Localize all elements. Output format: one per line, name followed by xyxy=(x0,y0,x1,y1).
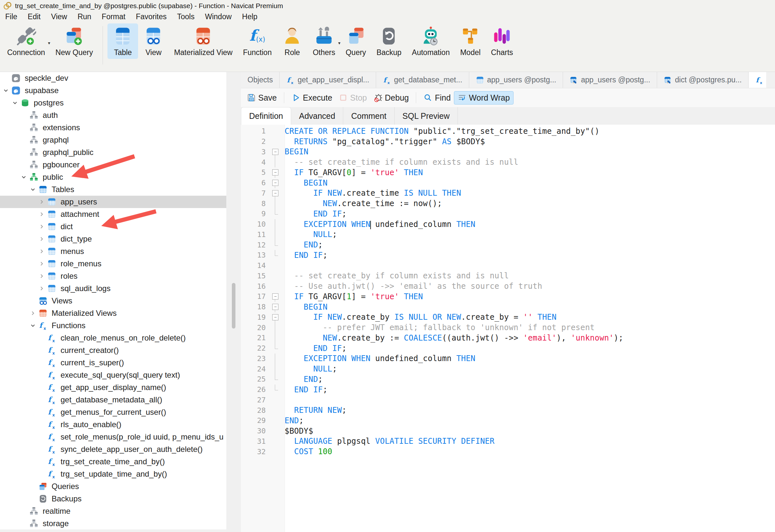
toolbar-automation[interactable]: Automation xyxy=(407,23,455,59)
object-tab-objects[interactable]: Objects xyxy=(241,72,280,88)
tree-item-tables[interactable]: Tables xyxy=(0,183,226,196)
tree-item-clean-role-menus-on-role-delete[interactable]: fxclean_role_menus_on_role_delete() xyxy=(0,332,226,344)
tree-item-materialized-views[interactable]: Materialized Views xyxy=(0,307,226,319)
tree-item-graphql-public[interactable]: graphql_public xyxy=(0,146,226,159)
chevron-down-icon[interactable] xyxy=(12,100,21,106)
chevron-right-icon[interactable] xyxy=(38,285,47,292)
tab-advanced[interactable]: Advanced xyxy=(291,107,343,125)
chevron-down-icon[interactable]: ▾ xyxy=(48,40,50,46)
chevron-right-icon[interactable] xyxy=(38,199,47,205)
chevron-down-icon[interactable] xyxy=(21,174,29,180)
toolbar-query[interactable]: Query xyxy=(340,23,371,59)
fold-toggle[interactable] xyxy=(266,291,284,302)
tree-item-speckle-dev[interactable]: speckle_dev xyxy=(0,72,226,84)
tree-item-trg-set-update-time-and-by[interactable]: fxtrg_set_update_time_and_by() xyxy=(0,468,226,480)
tree-item-sql-audit-logs[interactable]: sql_audit_logs xyxy=(0,282,226,295)
chevron-down-icon[interactable] xyxy=(30,322,38,329)
tab-sql-preview[interactable]: SQL Preview xyxy=(395,107,458,125)
tree-item-backups[interactable]: Backups xyxy=(0,493,226,505)
tree-item-get-menus-for-current-user[interactable]: fxget_menus_for_current_user() xyxy=(0,406,226,418)
tree-item-set-role-menus-p-role-id-uuid-p-menu-ids-u[interactable]: fxset_role_menus(p_role_id uuid, p_menu_… xyxy=(0,431,226,443)
chevron-right-icon[interactable] xyxy=(30,310,38,316)
word-wrap-button[interactable]: Word Wrap xyxy=(454,91,514,105)
fold-toggle[interactable] xyxy=(266,147,284,157)
menu-file[interactable]: File xyxy=(0,12,22,21)
chevron-down-icon[interactable]: ▾ xyxy=(338,40,340,46)
toolbar-backup[interactable]: Backup xyxy=(371,23,407,59)
chevron-right-icon[interactable] xyxy=(38,260,47,267)
tab-comment[interactable]: Comment xyxy=(343,107,395,125)
menu-run[interactable]: Run xyxy=(72,12,96,21)
object-tab-app-users-postg[interactable]: app_users @postg... xyxy=(469,72,563,88)
object-tab-dict-postgres-pu[interactable]: dict @postgres.pu... xyxy=(657,72,749,88)
fold-toggle[interactable] xyxy=(266,178,284,188)
find-button[interactable]: Find xyxy=(420,91,454,104)
menu-help[interactable]: Help xyxy=(237,12,262,21)
scrollbar-thumb[interactable] xyxy=(232,283,235,329)
tree-item-functions[interactable]: fxFunctions xyxy=(0,319,226,332)
tree-item-current-creator[interactable]: fxcurrent_creator() xyxy=(0,344,226,357)
object-tab-get-database-met[interactable]: fxget_database_met... xyxy=(376,72,469,88)
tree-item-queries[interactable]: Queries xyxy=(0,480,226,493)
tree-item-auth[interactable]: auth xyxy=(0,109,226,121)
tree-item-storage[interactable]: storage xyxy=(0,517,226,530)
toolbar-charts[interactable]: Charts xyxy=(486,23,519,59)
tree-item-pgbouncer[interactable]: pgbouncer xyxy=(0,159,226,171)
chevron-right-icon[interactable] xyxy=(38,211,47,217)
menu-format[interactable]: Format xyxy=(96,12,131,21)
menu-window[interactable]: Window xyxy=(200,12,237,21)
toolbar-function[interactable]: f(x)Function xyxy=(238,23,277,59)
chevron-right-icon[interactable] xyxy=(38,248,47,255)
tree-item-dict[interactable]: dict xyxy=(0,220,226,233)
tab-definition[interactable]: Definition xyxy=(241,107,291,125)
tree-item-trg-set-create-time-and-by[interactable]: fxtrg_set_create_time_and_by() xyxy=(0,455,226,468)
fold-toggle[interactable] xyxy=(266,312,284,323)
debug-button[interactable]: Debug xyxy=(370,91,412,104)
tree-item-execute-sql-query-sql-query-text[interactable]: fxexecute_sql_query(sql_query text) xyxy=(0,369,226,381)
fold-toggle[interactable] xyxy=(266,302,284,312)
toolbar-materialized-view[interactable]: Materialized View xyxy=(169,23,238,59)
menu-edit[interactable]: Edit xyxy=(22,12,46,21)
tree-item-sync-delete-app-user-on-auth-delete[interactable]: fxsync_delete_app_user_on_auth_delete() xyxy=(0,443,226,455)
toolbar-table[interactable]: Table xyxy=(107,23,138,59)
execute-button[interactable]: Execute xyxy=(288,91,335,104)
chevron-down-icon[interactable] xyxy=(30,186,38,193)
object-tab-app-users-postg[interactable]: app_users @postg... xyxy=(563,72,657,88)
menu-favorites[interactable]: Favorites xyxy=(131,12,172,21)
fold-toggle[interactable] xyxy=(266,188,284,199)
tree-item-role-menus[interactable]: role_menus xyxy=(0,258,226,270)
toolbar-connection[interactable]: ▾Connection xyxy=(2,23,50,59)
save-button[interactable]: Save xyxy=(243,91,280,104)
chevron-right-icon[interactable] xyxy=(38,223,47,230)
menu-view[interactable]: View xyxy=(46,12,72,21)
tree-item-supabase[interactable]: supabase xyxy=(0,84,226,97)
tree-item-views[interactable]: Views xyxy=(0,295,226,307)
tree-item-dict-type[interactable]: dict_type xyxy=(0,233,226,245)
toolbar-others[interactable]: ▾Others xyxy=(307,23,340,59)
fold-toggle[interactable] xyxy=(266,167,284,178)
tree-item-extensions[interactable]: extensions xyxy=(0,121,226,134)
tree-item-postgres[interactable]: postgres xyxy=(0,97,226,109)
menu-tools[interactable]: Tools xyxy=(172,12,200,21)
sidebar-scrollbar[interactable] xyxy=(226,72,241,532)
tree-item-get-app-user-display-name[interactable]: fxget_app_user_display_name() xyxy=(0,381,226,394)
tree-item-realtime[interactable]: realtime xyxy=(0,505,226,517)
tree-item-attachment[interactable]: attachment xyxy=(0,208,226,220)
toolbar-view[interactable]: View xyxy=(138,23,169,59)
tree-item-app-users[interactable]: app_users xyxy=(0,196,226,208)
tree-item-menus[interactable]: menus xyxy=(0,245,226,258)
tree-item-current-is-super[interactable]: fxcurrent_is_super() xyxy=(0,357,226,369)
tree-item-rls-auto-enable[interactable]: fxrls_auto_enable() xyxy=(0,418,226,431)
tree-item-public[interactable]: public xyxy=(0,171,226,183)
stop-button[interactable]: Stop xyxy=(335,91,370,104)
toolbar-new-query[interactable]: New Query xyxy=(50,23,98,59)
tree-item-graphql[interactable]: graphql xyxy=(0,134,226,146)
chevron-right-icon[interactable] xyxy=(38,273,47,279)
sql-editor[interactable]: 1CREATE OR REPLACE FUNCTION "public"."tr… xyxy=(241,125,775,532)
toolbar-model[interactable]: Model xyxy=(455,23,486,59)
sidebar-hscrollbar[interactable] xyxy=(0,529,226,532)
chevron-down-icon[interactable] xyxy=(3,87,11,94)
chevron-right-icon[interactable] xyxy=(38,236,47,242)
tree-item-roles[interactable]: roles xyxy=(0,270,226,282)
toolbar-role[interactable]: Role xyxy=(277,23,307,59)
